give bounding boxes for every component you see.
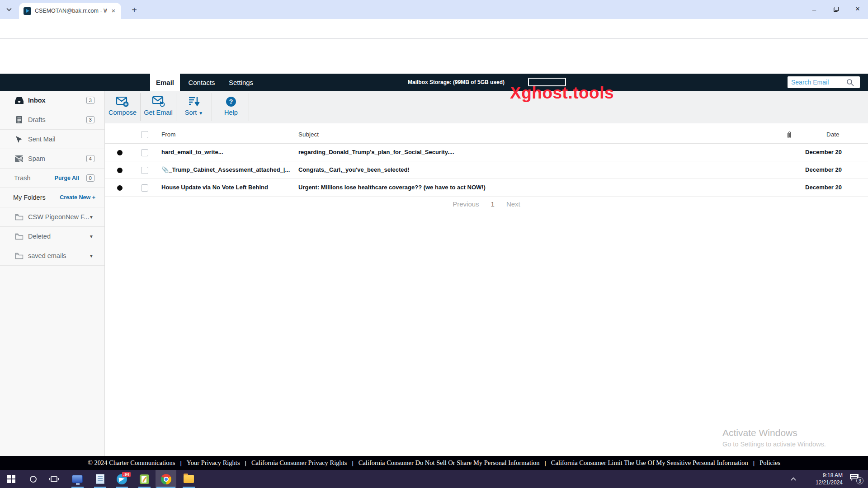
tab-email[interactable]: Email bbox=[150, 74, 180, 91]
file-explorer-app[interactable] bbox=[178, 470, 199, 488]
mailbox-storage-label: Mailbox Storage: (99MB of 5GB used) bbox=[408, 74, 505, 91]
footer-link-limit-use[interactable]: California Consumer Limit The Use Of My … bbox=[551, 459, 748, 467]
tab-contacts[interactable]: Contacts bbox=[184, 74, 219, 91]
action-center-button[interactable]: 3 bbox=[846, 470, 866, 488]
tray-expand-chevron[interactable] bbox=[787, 470, 800, 488]
column-subject[interactable]: Subject bbox=[298, 131, 319, 138]
browser-tab[interactable]: CSEMOTAN@bak.rr.com - Webm × bbox=[19, 3, 121, 19]
unread-dot bbox=[117, 168, 123, 173]
pagination: Previous 1 Next bbox=[105, 200, 868, 208]
browser-tab-strip: CSEMOTAN@bak.rr.com - Webm × + – × bbox=[0, 0, 868, 19]
search-email-input[interactable] bbox=[788, 77, 845, 87]
sidebar-label: Sent Mail bbox=[28, 136, 55, 143]
mail-toolbar: Compose Get Email Sort ▼ ? Help bbox=[105, 91, 868, 123]
row-checkbox[interactable] bbox=[141, 167, 148, 174]
email-row[interactable]: 📎_Trump_Cabinet_Assessment_attached_|...… bbox=[105, 161, 868, 179]
chevron-down-icon[interactable]: ▼ bbox=[89, 253, 94, 258]
tab-search-button[interactable] bbox=[3, 4, 15, 15]
email-list: From Subject Date hard_email_to_write...… bbox=[105, 123, 868, 456]
task-view-icon bbox=[51, 476, 57, 482]
telegram-app[interactable]: .94 bbox=[111, 470, 132, 488]
screen: CSEMOTAN@bak.rr.com - Webm × + – × webma… bbox=[0, 0, 868, 488]
drafts-count-badge: 3 bbox=[86, 116, 94, 123]
email-from: hard_email_to_write... bbox=[161, 149, 292, 155]
taskbar-clock[interactable]: 9:18 AM 12/21/2024 bbox=[799, 470, 843, 488]
get-email-button[interactable]: Get Email bbox=[141, 91, 176, 123]
column-date[interactable]: Date bbox=[826, 131, 840, 138]
sidebar-item-sent-mail[interactable]: Sent Mail bbox=[0, 130, 104, 149]
clock-date: 12/21/2024 bbox=[816, 479, 843, 486]
sidebar-label: Spam bbox=[28, 155, 45, 162]
chrome-icon bbox=[161, 474, 171, 484]
compose-label: Compose bbox=[108, 109, 137, 116]
task-view-button[interactable] bbox=[43, 470, 64, 488]
email-row[interactable]: House Update via No Vote Left Behind Urg… bbox=[105, 179, 868, 197]
footer-link-policies[interactable]: Policies bbox=[760, 459, 780, 467]
sent-mail-icon bbox=[14, 135, 24, 143]
row-checkbox[interactable] bbox=[141, 184, 148, 192]
email-row[interactable]: hard_email_to_write... regarding_Donald_… bbox=[105, 144, 868, 161]
spam-count-badge: 4 bbox=[86, 155, 94, 162]
folder-item-saved-emails[interactable]: saved emails ▼ bbox=[0, 246, 104, 266]
chrome-app[interactable] bbox=[156, 470, 176, 488]
sort-button[interactable]: Sort ▼ bbox=[176, 91, 212, 123]
folder-item-deleted[interactable]: Deleted ▼ bbox=[0, 227, 104, 246]
webmail-favicon-icon bbox=[24, 7, 31, 15]
footer-divider: | bbox=[352, 460, 353, 466]
footer-divider: | bbox=[544, 460, 546, 466]
toolbar-divider bbox=[212, 93, 212, 121]
attachment-column-paperclip-icon bbox=[787, 131, 792, 139]
footer-link-do-not-sell[interactable]: California Consumer Do Not Sell Or Share… bbox=[359, 459, 540, 467]
folder-label: Deleted bbox=[28, 233, 51, 240]
notepad-app[interactable] bbox=[90, 470, 110, 488]
tab-close-icon[interactable]: × bbox=[109, 7, 118, 15]
site-footer: © 2024 Charter Communications| Your Priv… bbox=[0, 456, 868, 470]
folder-item-csw-pigeon[interactable]: CSW PigeonNew F... ▼ bbox=[0, 207, 104, 227]
trash-count-badge: 0 bbox=[86, 174, 94, 182]
folder-label: CSW PigeonNew F... bbox=[28, 213, 89, 221]
drafts-icon bbox=[14, 116, 24, 124]
my-folders-header: My Folders Create New + bbox=[0, 188, 104, 207]
browser-url-bar: webmail.spectrum.net/mail ☆ Verify it's … bbox=[0, 19, 868, 39]
sidebar: Inbox 3 Drafts 3 Sent Mail Spam 4 Trash … bbox=[0, 91, 105, 456]
next-page-link[interactable]: Next bbox=[506, 200, 520, 208]
start-button[interactable] bbox=[1, 470, 22, 488]
search-box bbox=[788, 76, 860, 88]
window-close-button[interactable]: × bbox=[847, 0, 868, 18]
search-icon[interactable] bbox=[846, 79, 854, 86]
sidebar-item-drafts[interactable]: Drafts 3 bbox=[0, 110, 104, 130]
select-all-checkbox[interactable] bbox=[141, 131, 148, 138]
notepad-plus-plus-app[interactable] bbox=[134, 470, 155, 488]
page-number[interactable]: 1 bbox=[491, 200, 495, 208]
sort-icon bbox=[188, 95, 200, 108]
previous-page-link[interactable]: Previous bbox=[453, 200, 479, 208]
activate-windows-subtext: Go to Settings to activate Windows. bbox=[722, 441, 826, 448]
email-date: December 20 bbox=[805, 184, 842, 191]
inbox-icon bbox=[14, 97, 24, 104]
get-email-label: Get Email bbox=[144, 109, 173, 116]
remote-desktop-app[interactable] bbox=[67, 470, 88, 488]
create-new-folder-link[interactable]: Create New + bbox=[60, 194, 95, 201]
window-minimize-button[interactable]: – bbox=[804, 0, 825, 18]
footer-link-privacy[interactable]: Your Privacy Rights bbox=[187, 459, 240, 467]
chevron-down-icon[interactable]: ▼ bbox=[89, 234, 94, 239]
sidebar-item-trash[interactable]: Trash Purge All 0 bbox=[0, 169, 104, 188]
tab-settings[interactable]: Settings bbox=[225, 74, 257, 91]
chevron-down-icon[interactable]: ▼ bbox=[89, 215, 94, 220]
new-tab-button[interactable]: + bbox=[128, 5, 140, 16]
column-from[interactable]: From bbox=[161, 131, 176, 138]
purge-all-link[interactable]: Purge All bbox=[55, 175, 79, 181]
folder-icon bbox=[14, 214, 24, 221]
footer-link-ca-privacy[interactable]: California Consumer Privacy Rights bbox=[251, 459, 347, 467]
sidebar-label: Trash bbox=[14, 174, 31, 182]
telegram-badge: .94 bbox=[122, 472, 131, 477]
help-button[interactable]: ? Help bbox=[213, 91, 249, 123]
sidebar-item-inbox[interactable]: Inbox 3 bbox=[0, 91, 104, 110]
sidebar-item-spam[interactable]: Spam 4 bbox=[0, 149, 104, 169]
cortana-search-button[interactable] bbox=[23, 470, 43, 488]
sidebar-label: Drafts bbox=[28, 116, 46, 123]
window-maximize-button[interactable] bbox=[826, 0, 846, 18]
row-checkbox[interactable] bbox=[141, 149, 148, 156]
spam-icon bbox=[14, 155, 24, 162]
compose-button[interactable]: Compose bbox=[105, 91, 140, 123]
